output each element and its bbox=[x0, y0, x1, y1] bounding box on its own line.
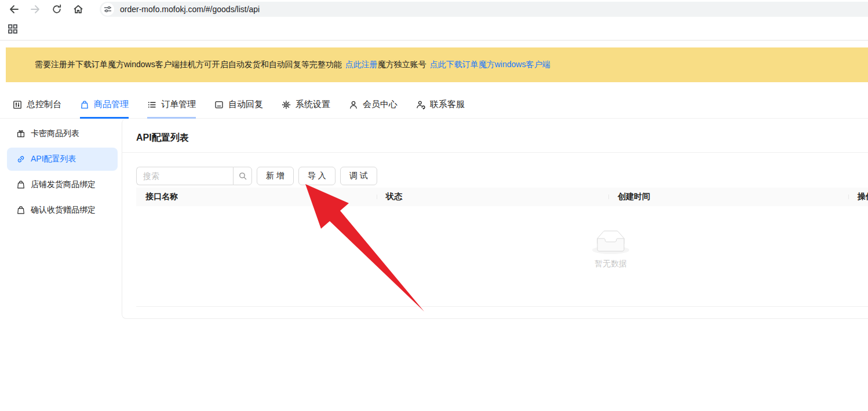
search-input[interactable] bbox=[136, 167, 233, 185]
page-title: API配置列表 bbox=[122, 119, 868, 153]
tab-orders[interactable]: 订单管理 bbox=[138, 91, 205, 118]
api-table: 接口名称 状态 创建时间 操作 暂无数据 bbox=[136, 188, 868, 307]
refresh-button[interactable] bbox=[51, 3, 63, 15]
sidebar-item-receipt-gift-binding[interactable]: 确认收货赠品绑定 bbox=[7, 199, 118, 222]
tune-icon bbox=[103, 5, 112, 14]
site-settings-button[interactable] bbox=[101, 3, 114, 16]
home-button[interactable] bbox=[72, 3, 84, 15]
tab-label: 自动回复 bbox=[228, 99, 263, 110]
bag-icon bbox=[80, 100, 89, 109]
tab-label: 商品管理 bbox=[94, 99, 129, 110]
bag-icon bbox=[16, 180, 25, 189]
url-text: order-mofo.mofokj.com/#/goods/list/api bbox=[120, 5, 260, 14]
sidebar-item-label: API配置列表 bbox=[31, 154, 76, 164]
list-icon bbox=[147, 100, 156, 109]
debug-button[interactable]: 调 试 bbox=[340, 167, 377, 185]
toolbar: 新 增 导 入 调 试 bbox=[136, 167, 868, 185]
column-header-status: 状态 bbox=[377, 192, 608, 202]
download-client-link[interactable]: 点此下载订单魔方windows客户端 bbox=[430, 60, 550, 70]
empty-text: 暂无数据 bbox=[577, 259, 644, 269]
tab-label: 订单管理 bbox=[161, 99, 196, 110]
back-button[interactable] bbox=[8, 3, 20, 15]
search-button[interactable] bbox=[233, 167, 252, 185]
table-body: 暂无数据 bbox=[136, 206, 868, 307]
back-icon bbox=[8, 3, 20, 15]
service-icon bbox=[416, 100, 425, 109]
sidebar-item-label: 卡密商品列表 bbox=[31, 129, 79, 139]
tab-settings[interactable]: 系统设置 bbox=[272, 91, 340, 118]
tab-goods[interactable]: 商品管理 bbox=[71, 91, 138, 118]
apps-shortcut-button[interactable] bbox=[7, 23, 19, 35]
add-button[interactable]: 新 增 bbox=[257, 167, 294, 185]
column-header-actions: 操作 bbox=[848, 192, 868, 202]
import-button[interactable]: 导 入 bbox=[298, 167, 335, 185]
bag-icon bbox=[16, 206, 25, 215]
notice-banner: 需要注册并下载订单魔方windows客户端挂机方可开启自动发货和自动回复等完整功… bbox=[6, 47, 868, 82]
column-header-api-name: 接口名称 bbox=[136, 192, 377, 202]
tab-label: 联系客服 bbox=[430, 99, 465, 110]
register-link[interactable]: 点此注册 bbox=[345, 60, 378, 70]
refresh-icon bbox=[51, 3, 63, 15]
empty-box-icon bbox=[592, 230, 629, 254]
tab-member-center[interactable]: 会员中心 bbox=[340, 91, 407, 118]
column-header-created-at: 创建时间 bbox=[608, 192, 848, 202]
top-nav: 总控制台 商品管理 订单管理 自动回复 系统设置 会员中心 联系客服 bbox=[0, 91, 868, 119]
gift-icon bbox=[16, 129, 25, 138]
person-icon bbox=[349, 100, 358, 109]
address-bar[interactable]: order-mofo.mofokj.com/#/goods/list/api bbox=[100, 2, 868, 17]
tab-console[interactable]: 总控制台 bbox=[3, 91, 71, 118]
link-icon bbox=[16, 155, 25, 164]
gear-icon bbox=[282, 100, 291, 109]
forward-button[interactable] bbox=[30, 3, 41, 15]
search-icon bbox=[238, 171, 247, 181]
notice-text: 需要注册并下载订单魔方windows客户端挂机方可开启自动发货和自动回复等完整功… bbox=[35, 60, 342, 70]
sidebar-item-api-config[interactable]: API配置列表 bbox=[7, 148, 118, 171]
forward-icon bbox=[30, 3, 41, 15]
tab-contact-support[interactable]: 联系客服 bbox=[407, 91, 474, 118]
tab-label: 会员中心 bbox=[363, 99, 397, 110]
sidebar-item-card-goods[interactable]: 卡密商品列表 bbox=[7, 122, 118, 145]
table-header: 接口名称 状态 创建时间 操作 bbox=[136, 188, 868, 206]
message-icon bbox=[214, 100, 224, 109]
main-layout: 卡密商品列表 API配置列表 店铺发货商品绑定 确认收货赠品绑定 API配置列表… bbox=[0, 119, 868, 319]
empty-state: 暂无数据 bbox=[577, 230, 644, 269]
sidebar: 卡密商品列表 API配置列表 店铺发货商品绑定 确认收货赠品绑定 bbox=[0, 119, 122, 319]
browser-toolbar: order-mofo.mofokj.com/#/goods/list/api bbox=[0, 0, 868, 18]
home-icon bbox=[72, 3, 84, 15]
search-group bbox=[136, 167, 252, 185]
sidebar-item-label: 店铺发货商品绑定 bbox=[31, 179, 96, 190]
bookmarks-bar bbox=[0, 18, 868, 41]
sidebar-item-shop-delivery-binding[interactable]: 店铺发货商品绑定 bbox=[7, 173, 118, 196]
dashboard-icon bbox=[13, 100, 22, 109]
tab-auto-reply[interactable]: 自动回复 bbox=[205, 91, 272, 118]
apps-grid-icon bbox=[8, 24, 18, 34]
notice-text-mid: 魔方独立账号 bbox=[378, 60, 426, 70]
tab-label: 总控制台 bbox=[27, 99, 61, 110]
content-panel: API配置列表 新 增 导 入 调 试 接口名称 状态 创建时间 操作 bbox=[122, 119, 868, 319]
sidebar-item-label: 确认收货赠品绑定 bbox=[31, 205, 96, 215]
tab-label: 系统设置 bbox=[296, 99, 330, 110]
